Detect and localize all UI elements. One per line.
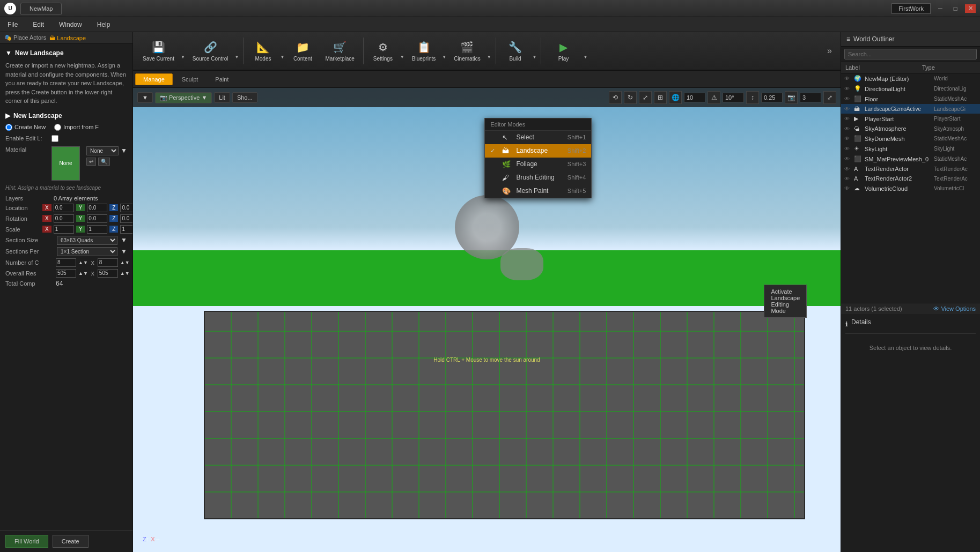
rotate-button[interactable]: ↻	[624, 91, 637, 104]
outliner-item-skydomemesh[interactable]: 👁 ⬛ SkyDomeMesh StaticMeshAc	[841, 133, 980, 144]
outliner-item-volumetric[interactable]: 👁 ☁ VolumetricCloud VolumetricCl	[841, 183, 980, 193]
content-button[interactable]: 📁 Content	[286, 38, 319, 65]
dropdown-item-select[interactable]: ↖ Select Shift+1	[485, 131, 591, 144]
show-button[interactable]: Sho...	[232, 92, 257, 103]
tab-newmap[interactable]: NewMap	[20, 3, 62, 14]
mode-tab-sculpt[interactable]: Sculpt	[174, 73, 207, 85]
menu-window[interactable]: Window	[56, 19, 85, 31]
rotation-x-input[interactable]	[54, 214, 74, 223]
dropdown-item-foliage[interactable]: 🌿 Foliage Shift+3	[485, 158, 591, 171]
play-button[interactable]: ▶ Play	[544, 38, 582, 65]
outliner-item-textrender[interactable]: 👁 A TextRenderActor TextRenderAc	[841, 164, 980, 174]
overall-res-x-input[interactable]	[56, 269, 76, 278]
enable-edit-checkbox[interactable]	[51, 135, 58, 142]
material-select[interactable]: None	[86, 146, 119, 155]
settings-arrow[interactable]: ▼	[399, 54, 406, 61]
outliner-item-textrender2[interactable]: 👁 A TextRenderActor2 TextRenderAc	[841, 174, 980, 183]
save-arrow[interactable]: ▼	[180, 54, 186, 61]
location-y-button[interactable]: Y	[76, 204, 85, 211]
cinematics-button[interactable]: 🎬 Cinematics	[448, 38, 485, 65]
location-y-input[interactable]	[87, 204, 107, 212]
sections-per-select[interactable]: 1×1 Section	[57, 247, 117, 256]
outliner-item-dirlight[interactable]: 👁 💡 DirectionalLight DirectionalLig	[841, 84, 980, 94]
maximize-viewport-button[interactable]: ⤢	[823, 91, 836, 104]
dropdown-item-landscape[interactable]: ✓ 🏔 Landscape Shift+2	[485, 144, 591, 158]
build-button[interactable]: 🔧 Build	[499, 38, 532, 65]
dropdown-item-mesh-paint[interactable]: 🎨 Mesh Paint Shift+5	[485, 184, 591, 198]
outliner-item-skyatm[interactable]: 👁 🌤 SkyAtmosphere SkyAtmosph	[841, 124, 980, 133]
scale-x-button[interactable]: X	[42, 226, 51, 233]
rotation-snap-input[interactable]	[723, 93, 744, 102]
scale-y-input[interactable]	[87, 225, 107, 234]
scale-z-input[interactable]	[120, 225, 132, 234]
blueprints-button[interactable]: 📋 Blueprints	[407, 38, 441, 65]
maximize-button[interactable]: □	[950, 4, 961, 13]
camera-icon-btn[interactable]: 📷	[785, 91, 798, 104]
outliner-item-playerstart[interactable]: 👁 ▶ PlayerStart PlayerStart	[841, 114, 980, 124]
modes-button[interactable]: 📐 Modes	[247, 38, 279, 65]
expand-button[interactable]: »	[823, 42, 836, 60]
viewport-dropdown-button[interactable]: ▼	[137, 92, 153, 103]
scale-btn[interactable]: ⤢	[639, 91, 652, 104]
view-options-button[interactable]: 👁 View Options	[933, 305, 976, 312]
create-new-radio[interactable]: Create New	[5, 124, 46, 131]
location-z-input[interactable]	[120, 204, 132, 212]
num-components-x-input[interactable]	[56, 258, 76, 267]
save-current-button[interactable]: 💾 Save Current	[137, 38, 180, 65]
create-button[interactable]: Create	[53, 535, 89, 548]
num-components-y-input[interactable]	[98, 258, 118, 267]
scale-snap-input[interactable]	[761, 93, 783, 102]
scale-snap-icon[interactable]: ↕	[746, 91, 759, 104]
import-radio[interactable]: Import from F	[54, 124, 99, 131]
cinematics-arrow[interactable]: ▼	[486, 54, 492, 61]
outliner-item-floor[interactable]: 👁 ⬛ Floor StaticMeshAc	[841, 94, 980, 104]
source-control-button[interactable]: 🔗 Source Control	[187, 38, 234, 65]
scale-y-button[interactable]: Y	[76, 226, 85, 233]
rotation-y-input[interactable]	[87, 214, 107, 223]
section-size-select[interactable]: 63×63 Quads	[57, 236, 117, 245]
menu-help[interactable]: Help	[94, 19, 114, 31]
transform-button[interactable]: ⟲	[609, 91, 622, 104]
menu-edit[interactable]: Edit	[30, 19, 47, 31]
overall-res-y-input[interactable]	[98, 269, 118, 278]
settings-button[interactable]: ⚙ Settings	[367, 38, 399, 65]
workspace-label[interactable]: FirstWork	[891, 3, 931, 14]
mode-tab-paint[interactable]: Paint	[207, 73, 237, 85]
camera-speed-input[interactable]	[800, 93, 821, 102]
rotation-z-input[interactable]	[120, 214, 132, 223]
fill-world-button[interactable]: Fill World	[5, 535, 48, 548]
grid-size-input[interactable]	[684, 93, 705, 102]
menu-file[interactable]: File	[4, 19, 21, 31]
location-x-input[interactable]	[54, 204, 74, 212]
location-z-button[interactable]: Z	[109, 204, 118, 211]
rotation-x-button[interactable]: X	[42, 215, 51, 222]
outliner-item-landscapegizmo[interactable]: 👁 🏔 LandscapeGizmoActive LandscapeGi	[841, 104, 980, 114]
minimize-button[interactable]: ─	[935, 4, 946, 13]
modes-arrow[interactable]: ▼	[279, 54, 285, 61]
outliner-item-skylight[interactable]: 👁 ☀ SkyLight SkyLight	[841, 144, 980, 154]
landscape-tab[interactable]: 🏔 Landscape	[49, 35, 86, 41]
angle-warning[interactable]: ⚠	[708, 91, 720, 104]
material-reset-button[interactable]: ↩	[86, 158, 96, 166]
play-arrow[interactable]: ▼	[582, 54, 588, 61]
lit-button[interactable]: Lit	[214, 92, 230, 103]
source-control-arrow[interactable]: ▼	[234, 54, 240, 61]
outliner-item-sm-mat[interactable]: 👁 ⬛ SM_MatPreviewMesh_0 StaticMeshAc	[841, 154, 980, 164]
rotation-z-button[interactable]: Z	[109, 215, 118, 222]
dropdown-item-brush-editing[interactable]: 🖌 Brush Editing Shift+4	[485, 171, 591, 184]
blueprints-arrow[interactable]: ▼	[441, 54, 447, 61]
scale-z-button[interactable]: Z	[109, 226, 118, 233]
marketplace-button[interactable]: 🛒 Marketplace	[320, 38, 359, 65]
material-browse-button[interactable]: 🔍	[98, 158, 110, 166]
outliner-search-input[interactable]	[844, 49, 977, 59]
place-actors-tab[interactable]: 🎭 Place Actors	[4, 34, 46, 41]
mode-tab-manage[interactable]: Manage	[135, 73, 173, 85]
location-x-button[interactable]: X	[42, 204, 51, 211]
build-arrow[interactable]: ▼	[532, 54, 538, 61]
close-button[interactable]: ✕	[965, 4, 976, 13]
world-local-button[interactable]: 🌐	[669, 91, 682, 104]
grid-snap-button[interactable]: ⊞	[654, 91, 667, 104]
rotation-y-button[interactable]: Y	[76, 215, 85, 222]
scale-x-input[interactable]	[54, 225, 74, 234]
outliner-item-newmap[interactable]: 👁 🌍 NewMap (Editor) World	[841, 73, 980, 84]
